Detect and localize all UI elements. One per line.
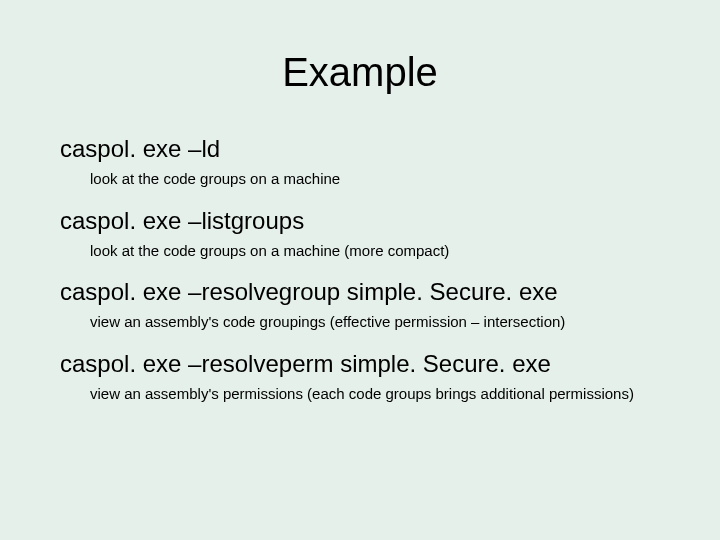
command-description: view an assembly's code groupings (effec… [90,312,660,332]
command-line: caspol. exe –listgroups [60,207,660,235]
command-line: caspol. exe –resolveperm simple. Secure.… [60,350,660,378]
command-line: caspol. exe –ld [60,135,660,163]
command-description: look at the code groups on a machine [90,169,660,189]
command-line: caspol. exe –resolvegroup simple. Secure… [60,278,660,306]
command-description: view an assembly's permissions (each cod… [90,384,660,404]
slide: Example caspol. exe –ld look at the code… [0,0,720,540]
slide-title: Example [60,50,660,95]
command-description: look at the code groups on a machine (mo… [90,241,660,261]
